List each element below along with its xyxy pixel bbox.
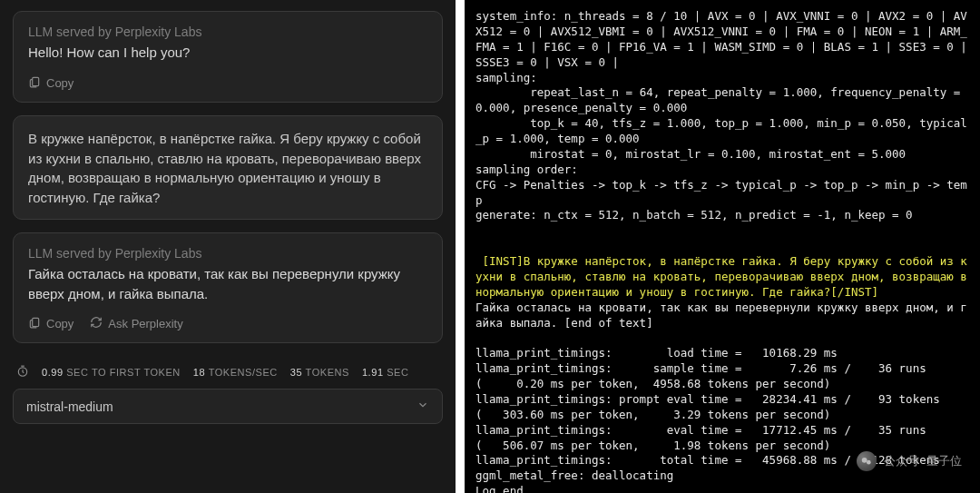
terminal-line: top_k = 40, tfs_z = 1.000, top_p = 1.000… <box>475 116 969 147</box>
terminal-line: llama_print_timings: eval time = 17712.4… <box>475 423 969 439</box>
ask-perplexity-label: Ask Perplexity <box>108 317 182 330</box>
watermark-label: 公众号 <box>884 453 919 469</box>
model-selector[interactable]: mistral-medium <box>13 389 443 424</box>
stats-bar: 0.99 SEC TO FIRST TOKEN 18 TOKENS/SEC 35… <box>13 356 443 389</box>
stat-elapsed: 1.91 SEC <box>362 367 409 378</box>
terminal-line: repeat_last_n = 64, repeat_penalty = 1.0… <box>475 85 969 116</box>
message-actions: Copy Ask Perplexity <box>28 316 427 331</box>
message-actions: Copy <box>28 75 427 91</box>
terminal-line: Гайка осталась на кровати, так как вы пе… <box>475 301 969 331</box>
wechat-icon <box>857 451 877 471</box>
watermark-overlay: 公众号 量子位 <box>857 451 962 471</box>
terminal-line: sampling: <box>475 71 969 86</box>
svg-rect-0 <box>33 77 39 85</box>
served-by-label: LLM served by Perplexity Labs <box>28 246 427 261</box>
served-by-label: LLM served by Perplexity Labs <box>28 25 427 39</box>
terminal-line: llama_print_timings: prompt eval time = … <box>475 392 969 408</box>
terminal-line: llama_print_timings: load time = 10168.2… <box>475 346 969 361</box>
copy-button[interactable]: Copy <box>28 316 74 331</box>
terminal-line: generate: n_ctx = 512, n_batch = 512, n_… <box>475 208 969 223</box>
terminal-line <box>475 223 969 239</box>
chevron-down-icon <box>416 399 429 414</box>
stat-first-token: 0.99 SEC TO FIRST TOKEN <box>42 367 181 378</box>
terminal-line: sampling order: <box>475 163 969 178</box>
refresh-icon <box>90 316 103 331</box>
terminal-line: ( 303.60 ms per token, 3.29 tokens per s… <box>475 408 969 423</box>
terminal-line: llama_print_timings: sample time = 7.26 … <box>475 361 969 377</box>
watermark-name: 量子位 <box>926 453 962 469</box>
clipboard-icon <box>28 316 41 331</box>
message-text: Hello! How can I help you? <box>28 43 427 63</box>
message-assistant: LLM served by Perplexity Labs Гайка оста… <box>13 232 443 344</box>
clipboard-icon <box>28 75 41 91</box>
stat-total-tokens: 35 TOKENS <box>290 367 349 378</box>
svg-point-4 <box>867 460 871 465</box>
message-text: Гайка осталась на кровати, так как вы пе… <box>28 264 427 304</box>
svg-point-3 <box>862 458 867 463</box>
terminal-panel: system_info: n_threads = 8 / 10 | AVX = … <box>465 0 980 493</box>
terminal-line: mirostat = 0, mirostat_lr = 0.100, miros… <box>475 147 969 163</box>
terminal-line: CFG -> Penalties -> top_k -> tfs_z -> ty… <box>475 178 969 209</box>
copy-label: Copy <box>46 76 74 90</box>
model-name: mistral-medium <box>26 399 113 414</box>
terminal-line: ( 0.20 ms per token, 4958.68 tokens per … <box>475 377 969 392</box>
copy-button[interactable]: Copy <box>28 75 74 91</box>
chat-panel: LLM served by Perplexity Labs Hello! How… <box>0 0 456 493</box>
message-assistant: LLM served by Perplexity Labs Hello! How… <box>13 11 443 103</box>
timer-icon <box>16 365 29 380</box>
terminal-line <box>475 239 969 254</box>
terminal-line: Log end <box>475 484 969 493</box>
copy-label: Copy <box>46 317 74 330</box>
terminal-line <box>475 330 969 346</box>
terminal-line: system_info: n_threads = 8 / 10 | AVX = … <box>475 9 969 71</box>
panel-divider <box>456 0 465 493</box>
terminal-line: [INST]В кружке напёрсток, в напёрстке га… <box>475 254 969 301</box>
ask-perplexity-button[interactable]: Ask Perplexity <box>90 316 182 331</box>
svg-rect-1 <box>33 319 39 327</box>
message-user: В кружке напёрсток, в напёрстке гайка. Я… <box>13 115 443 220</box>
stat-tokens-per-sec: 18 TOKENS/SEC <box>193 367 278 378</box>
message-text: В кружке напёрсток, в напёрстке гайка. Я… <box>28 129 427 208</box>
